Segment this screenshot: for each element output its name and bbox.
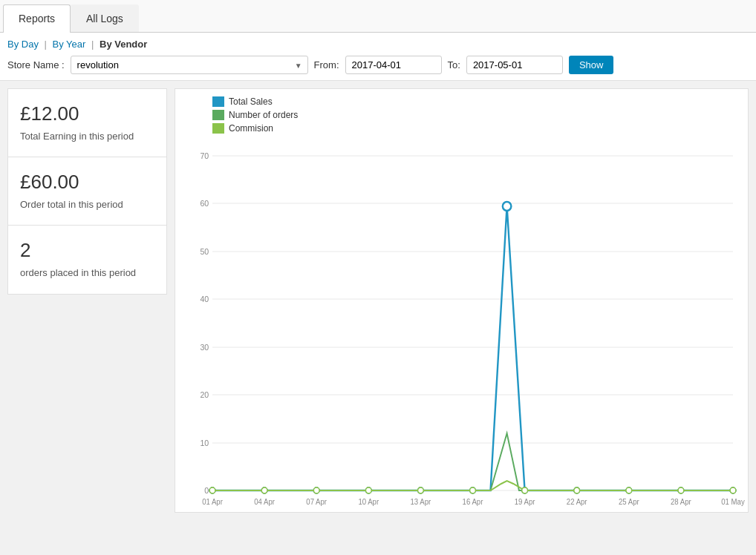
store-name-select-wrapper: revolution <box>71 56 308 74</box>
legend-color-total-sales <box>212 96 224 107</box>
svg-text:50: 50 <box>200 247 209 256</box>
svg-point-52 <box>365 487 371 493</box>
chart-dot-total-sales-peak <box>503 202 512 211</box>
legend-label-commision: Commision <box>229 123 273 134</box>
svg-point-51 <box>313 487 319 493</box>
stat-value-total-earning: £12.00 <box>20 102 154 125</box>
filter-links: By Day | By Year | By Vendor <box>7 39 749 50</box>
svg-text:70: 70 <box>200 151 209 160</box>
svg-point-55 <box>522 487 528 493</box>
to-date-input[interactable] <box>466 56 563 74</box>
legend-item-number-orders: Number of orders <box>212 110 740 120</box>
tab-bar: Reports All Logs <box>0 0 756 33</box>
from-label: From: <box>314 59 339 70</box>
stat-value-orders-placed: 2 <box>20 239 154 262</box>
store-name-label: Store Name : <box>7 59 65 70</box>
chart-svg: 70 60 50 40 30 20 10 0 01 Apr 04 Apr 07 … <box>212 141 733 505</box>
svg-point-56 <box>574 487 580 493</box>
svg-point-57 <box>626 487 632 493</box>
chart-area: 70 60 50 40 30 20 10 0 01 Apr 04 Apr 07 … <box>212 141 733 505</box>
main-content: £12.00 Total Earning in this period £60.… <box>0 81 756 520</box>
svg-text:0: 0 <box>204 486 209 495</box>
svg-point-49 <box>209 487 215 493</box>
svg-point-54 <box>470 487 476 493</box>
legend-item-commision: Commision <box>212 123 740 134</box>
stat-value-order-total: £60.00 <box>20 171 154 194</box>
legend-color-commision <box>212 123 224 134</box>
stat-label-orders-placed: orders placed in this period <box>20 266 154 280</box>
svg-text:16 Apr: 16 Apr <box>463 498 483 506</box>
legend-label-number-orders: Number of orders <box>229 110 298 120</box>
svg-text:01 Apr: 01 Apr <box>202 498 223 506</box>
to-label: To: <box>448 59 460 70</box>
chart-panel: Total Sales Number of orders Commision <box>175 88 749 513</box>
filter-by-vendor[interactable]: By Vendor <box>100 39 147 50</box>
from-date-input[interactable] <box>345 56 442 74</box>
svg-text:04 Apr: 04 Apr <box>254 498 275 506</box>
svg-text:07 Apr: 07 Apr <box>306 498 327 506</box>
svg-text:22 Apr: 22 Apr <box>567 498 587 506</box>
svg-text:30: 30 <box>200 343 209 352</box>
filter-bar: By Day | By Year | By Vendor Store Name … <box>0 33 756 81</box>
stat-box-orders-placed: 2 orders placed in this period <box>7 226 167 294</box>
svg-point-50 <box>261 487 267 493</box>
filter-by-year[interactable]: By Year <box>53 39 86 50</box>
svg-text:25 Apr: 25 Apr <box>619 498 639 506</box>
stat-label-total-earning: Total Earning in this period <box>20 130 154 143</box>
filter-by-day[interactable]: By Day <box>7 39 39 50</box>
svg-text:13 Apr: 13 Apr <box>411 498 431 506</box>
svg-text:19 Apr: 19 Apr <box>515 498 535 506</box>
stat-box-total-earning: £12.00 Total Earning in this period <box>7 88 167 157</box>
store-name-select[interactable]: revolution <box>71 56 308 74</box>
svg-point-53 <box>418 487 424 493</box>
svg-text:60: 60 <box>200 199 209 208</box>
svg-text:10: 10 <box>200 439 209 447</box>
svg-text:40: 40 <box>200 295 209 303</box>
svg-point-58 <box>678 487 684 493</box>
tab-all-logs[interactable]: All Logs <box>71 4 139 32</box>
legend-label-total-sales: Total Sales <box>229 96 273 107</box>
chart-legend: Total Sales Number of orders Commision <box>212 96 740 134</box>
tab-reports[interactable]: Reports <box>3 4 71 33</box>
svg-text:28 Apr: 28 Apr <box>671 498 691 506</box>
stat-label-order-total: Order total in this period <box>20 198 154 211</box>
stat-box-order-total: £60.00 Order total in this period <box>7 157 167 226</box>
stats-panel: £12.00 Total Earning in this period £60.… <box>7 88 167 513</box>
svg-text:20: 20 <box>200 390 209 399</box>
svg-point-59 <box>730 487 736 493</box>
show-button[interactable]: Show <box>569 56 614 74</box>
legend-color-number-orders <box>212 110 224 120</box>
filter-controls: Store Name : revolution From: To: Show <box>7 56 749 74</box>
svg-text:01 May: 01 May <box>721 498 745 506</box>
legend-item-total-sales: Total Sales <box>212 96 740 107</box>
svg-text:10 Apr: 10 Apr <box>358 498 379 506</box>
